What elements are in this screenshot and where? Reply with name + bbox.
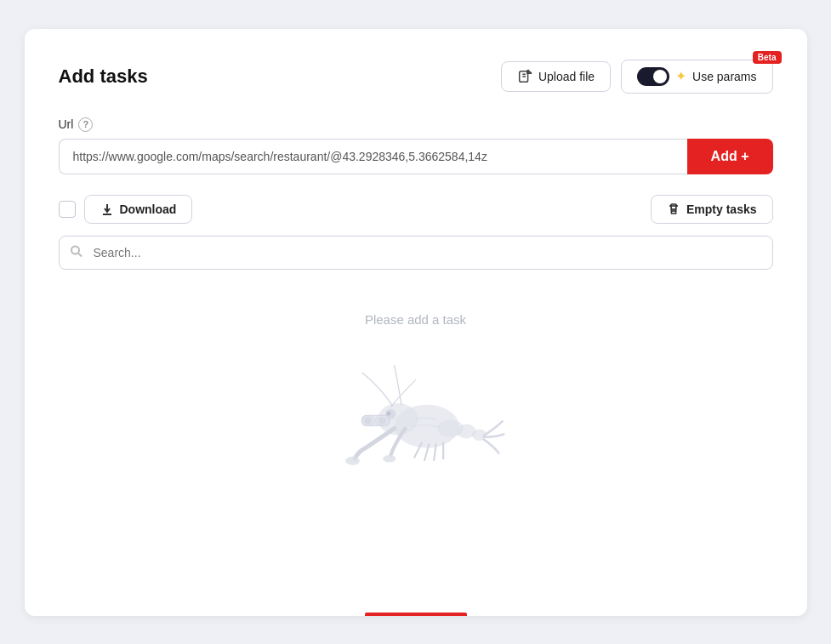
url-label-row: Url ? xyxy=(59,117,773,132)
search-input[interactable] xyxy=(59,236,773,270)
upload-icon xyxy=(517,69,532,84)
add-button[interactable]: Add + xyxy=(687,139,773,174)
use-params-wrap: Beta ✦ Use params xyxy=(621,60,772,94)
main-card: Add tasks Upload file Beta xyxy=(25,29,807,616)
url-input[interactable] xyxy=(59,139,687,174)
download-button[interactable]: Download xyxy=(84,195,193,224)
help-icon[interactable]: ? xyxy=(78,117,93,132)
svg-point-18 xyxy=(345,456,360,464)
search-row xyxy=(59,236,773,270)
svg-point-19 xyxy=(383,455,396,462)
svg-point-16 xyxy=(364,417,371,424)
header-row: Add tasks Upload file Beta xyxy=(59,60,773,94)
select-all-checkbox[interactable] xyxy=(59,201,76,218)
download-icon xyxy=(100,202,114,216)
empty-state: Please add a task xyxy=(59,304,773,476)
upload-file-button[interactable]: Upload file xyxy=(501,61,611,92)
use-params-label: Use params xyxy=(692,70,756,83)
svg-point-17 xyxy=(379,417,385,424)
toolbar-row: Download Empty tasks xyxy=(59,195,773,224)
toolbar-left: Download xyxy=(59,195,193,224)
empty-tasks-label: Empty tasks xyxy=(686,202,756,216)
trash-icon xyxy=(667,202,680,216)
bottom-bar xyxy=(365,613,467,616)
beta-badge: Beta xyxy=(753,51,782,64)
svg-point-12 xyxy=(386,411,390,415)
upload-label: Upload file xyxy=(538,70,595,83)
empty-state-message: Please add a task xyxy=(365,312,466,327)
toggle-switch[interactable] xyxy=(637,67,669,86)
url-label: Url xyxy=(59,117,74,131)
url-input-row: Add + xyxy=(59,139,773,174)
toggle-knob xyxy=(653,70,667,83)
download-label: Download xyxy=(120,202,177,216)
lobster-illustration xyxy=(322,340,509,476)
star-icon: ✦ xyxy=(675,68,686,84)
empty-tasks-button[interactable]: Empty tasks xyxy=(651,195,772,224)
header-actions: Upload file Beta ✦ Use params xyxy=(501,60,773,94)
page-title: Add tasks xyxy=(59,66,148,88)
use-params-button[interactable]: ✦ Use params xyxy=(621,60,772,94)
